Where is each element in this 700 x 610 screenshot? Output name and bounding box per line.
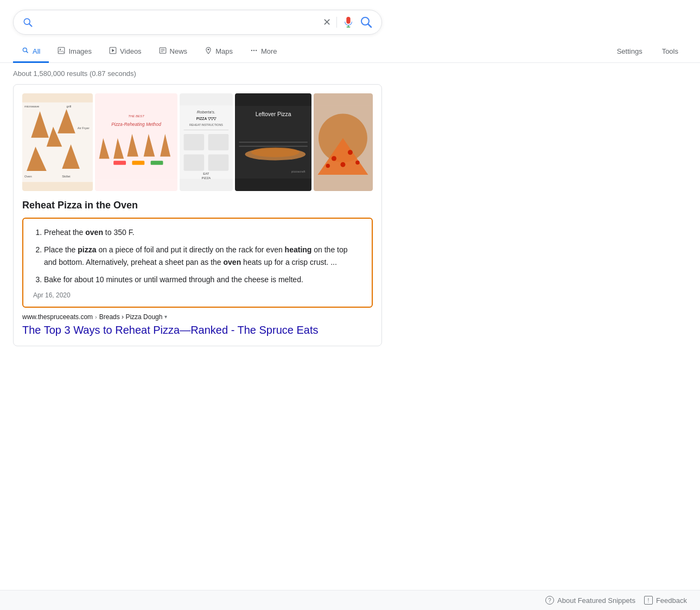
news-icon: [159, 47, 167, 56]
more-dots-icon: [250, 47, 258, 56]
snippet-image-2[interactable]: THE BEST Pizza-Reheating Method: [95, 93, 177, 191]
all-icon: [22, 47, 29, 56]
feedback-icon: !: [644, 596, 653, 605]
question-icon: ?: [545, 596, 554, 605]
svg-line-5: [26, 51, 28, 53]
tab-maps[interactable]: Maps: [196, 41, 241, 63]
tab-images-label: Images: [68, 47, 92, 55]
tab-more-label: More: [261, 47, 277, 55]
svg-point-15: [251, 50, 252, 51]
mic-icon[interactable]: [342, 16, 354, 28]
lens-icon[interactable]: [360, 16, 373, 29]
tab-settings[interactable]: Settings: [608, 42, 651, 62]
svg-text:EAT: EAT: [203, 172, 210, 175]
bottom-bar: ? About Featured Snippets ! Feedback: [0, 590, 700, 610]
svg-rect-38: [132, 161, 145, 165]
snippet-image-3[interactable]: Roberta's. PIZZA ▽▽▽ REHEAT INSTRUCTIONS…: [180, 93, 233, 191]
svg-text:Air Fryer: Air Fryer: [78, 126, 90, 130]
images-icon: [58, 47, 65, 56]
svg-rect-39: [151, 161, 163, 165]
snippet-step-1: Preheat the oven to 350 F.: [44, 226, 362, 238]
svg-rect-47: [184, 155, 205, 171]
svg-point-56: [251, 148, 300, 157]
svg-point-64: [326, 164, 330, 168]
tab-images[interactable]: Images: [49, 41, 100, 63]
svg-marker-9: [112, 49, 114, 52]
tab-more[interactable]: More: [241, 41, 286, 63]
result-link[interactable]: The Top 3 Ways to Reheat Pizza—Ranked - …: [22, 324, 318, 336]
snippet-step-2: Place the pizza on a piece of foil and p…: [44, 244, 362, 268]
tab-news[interactable]: News: [150, 41, 196, 63]
svg-rect-46: [208, 134, 229, 150]
clear-icon[interactable]: ✕: [323, 16, 331, 28]
tab-videos[interactable]: Videos: [100, 41, 150, 63]
svg-text:pizzacraft: pizzacraft: [291, 170, 306, 173]
snippet-steps: Preheat the oven to 350 F. Place the piz…: [33, 226, 362, 286]
svg-text:PIZZA: PIZZA: [202, 176, 211, 180]
snippet-image-1[interactable]: microwave grill Air Fryer Oven Skillet: [22, 93, 93, 191]
tab-all[interactable]: All: [13, 41, 49, 63]
svg-point-63: [341, 162, 346, 167]
tab-tools-label: Tools: [662, 47, 678, 55]
search-input[interactable]: reheat pizza in oven: [37, 17, 319, 27]
snippet-step-3: Bake for about 10 minutes or until warme…: [44, 274, 362, 285]
svg-text:Pizza-Reheating Method: Pizza-Reheating Method: [112, 122, 162, 127]
nav-tabs: All Images Videos News Maps More: [0, 37, 700, 63]
search-icons: ✕: [323, 16, 373, 29]
featured-snippet-card: microwave grill Air Fryer Oven Skillet T…: [13, 84, 382, 346]
svg-text:Roberta's.: Roberta's.: [197, 110, 215, 115]
source-line: www.thespruceeats.com › Breads › Pizza D…: [22, 313, 373, 321]
source-url: www.thespruceeats.com: [22, 313, 93, 321]
svg-point-14: [208, 49, 209, 50]
breadcrumbs: Breads › Pizza Dough: [99, 313, 163, 321]
dropdown-arrow-icon[interactable]: ▾: [164, 314, 167, 320]
breadcrumb-separator: ›: [95, 314, 97, 320]
maps-icon: [205, 47, 212, 56]
videos-icon: [109, 47, 117, 56]
tab-news-label: News: [170, 47, 188, 55]
svg-text:microwave: microwave: [24, 105, 39, 108]
search-bar-area: reheat pizza in oven ✕: [0, 0, 700, 35]
svg-rect-48: [208, 155, 229, 171]
svg-text:Skillet: Skillet: [62, 175, 71, 178]
snippet-image-5[interactable]: [314, 93, 373, 191]
tab-settings-label: Settings: [617, 47, 642, 55]
nav-right: Settings Tools: [608, 42, 687, 62]
tab-tools[interactable]: Tools: [653, 42, 687, 62]
tab-videos-label: Videos: [120, 47, 142, 55]
about-snippets-item[interactable]: ? About Featured Snippets: [545, 596, 635, 605]
snippet-image-4[interactable]: Leftover Pizza pizzacraft: [235, 93, 311, 191]
svg-point-7: [60, 49, 61, 50]
svg-rect-6: [59, 47, 65, 54]
svg-text:REHEAT INSTRUCTIONS: REHEAT INSTRUCTIONS: [189, 123, 223, 126]
snippet-list-box: Preheat the oven to 350 F. Place the piz…: [22, 218, 373, 308]
search-box: reheat pizza in oven ✕: [13, 10, 382, 35]
svg-text:Oven: Oven: [24, 175, 32, 178]
svg-text:Leftover Pizza: Leftover Pizza: [256, 111, 291, 117]
svg-text:grill: grill: [66, 105, 71, 108]
feedback-label: Feedback: [656, 596, 687, 605]
image-strip: microwave grill Air Fryer Oven Skillet T…: [22, 93, 373, 191]
snippet-date: Apr 16, 2020: [33, 291, 362, 299]
svg-point-62: [348, 150, 353, 155]
svg-point-17: [256, 50, 257, 51]
svg-line-1: [29, 24, 32, 27]
svg-rect-45: [184, 134, 205, 150]
divider: [336, 17, 337, 28]
results-count: About 1,580,000 results (0.87 seconds): [0, 63, 700, 84]
tab-maps-label: Maps: [215, 47, 233, 55]
svg-point-65: [356, 161, 360, 164]
google-search-icon: [22, 17, 33, 28]
svg-text:THE BEST: THE BEST: [129, 114, 145, 118]
svg-text:PIZZA ▽▽▽: PIZZA ▽▽▽: [196, 117, 217, 121]
about-snippets-label: About Featured Snippets: [557, 596, 635, 605]
tab-all-label: All: [33, 47, 40, 55]
snippet-title: Reheat Pizza in the Oven: [22, 200, 373, 211]
svg-rect-37: [114, 161, 126, 165]
svg-point-61: [332, 156, 336, 161]
svg-line-3: [368, 24, 372, 28]
svg-point-16: [253, 50, 254, 51]
feedback-item[interactable]: ! Feedback: [644, 596, 687, 605]
